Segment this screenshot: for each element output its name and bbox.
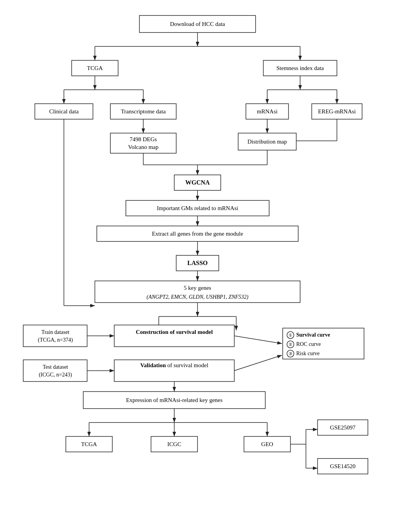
- degs-label2: Volcano map: [128, 144, 158, 150]
- degs-label1: 7498 DEGs: [130, 136, 157, 142]
- test-dataset-label1: Test dataset: [43, 364, 68, 370]
- circle1: ①: [289, 333, 292, 337]
- gse14520-label: GSE14520: [330, 463, 356, 469]
- geo-label: GEO: [261, 441, 273, 447]
- lasso-label: LASSO: [187, 260, 208, 266]
- svg-line-58: [234, 355, 282, 371]
- train-dataset-label1: Train dataset: [41, 329, 69, 335]
- download-hcc-label: Download of HCC data: [170, 21, 225, 27]
- risk-curve-label: Risk curve: [296, 351, 319, 356]
- distribution-label: Distribution map: [247, 139, 287, 145]
- diagram-svg: Download of HCC data TCGA Stemness index…: [12, 8, 383, 526]
- survival-curve-label: Survival curve: [296, 332, 330, 338]
- construction-label1: Construction of survival model: [136, 329, 213, 335]
- wgcna-label: WGCNA: [185, 179, 210, 186]
- transcriptome-label: Transcriptome data: [121, 108, 166, 115]
- tcga-label: TCGA: [87, 65, 103, 71]
- gse25097-label: GSE25097: [330, 424, 356, 431]
- tcga2-label: TCGA: [81, 441, 97, 447]
- clinical-label: Clinical data: [49, 108, 79, 115]
- test-dataset-label2: (ICGC, n=243): [39, 372, 72, 378]
- extract-genes-label: Extract all genes from the gene module: [152, 231, 243, 237]
- svg-rect-47: [23, 325, 87, 347]
- circle2: ②: [289, 342, 292, 347]
- key-genes-subtitle: (ANGPT2, EMCN, GLDN, USHBP1, ZNF532): [147, 294, 249, 300]
- svg-rect-51: [114, 325, 234, 347]
- roc-curve-label: ROC curve: [296, 341, 321, 347]
- icgc-label: ICGC: [167, 441, 181, 447]
- svg-rect-49: [23, 360, 87, 381]
- expression-label: Expression of mRNAsi-related key genes: [126, 397, 222, 403]
- mrnasi-label: mRNAsi: [257, 108, 277, 115]
- train-dataset-label2: (TCGA, n=374): [38, 337, 73, 343]
- ereg-label: EREG-mRNAsi: [318, 108, 356, 115]
- flowchart-diagram: Download of HCC data TCGA Stemness index…: [12, 8, 383, 528]
- stemness-label: Stemness index data: [276, 65, 324, 71]
- important-gms-label: Important GMs related to mRNAsi: [157, 205, 238, 211]
- svg-line-57: [234, 336, 282, 344]
- validation-label1: Validation of survival model: [140, 362, 208, 368]
- key-genes-title: 5 key genes: [184, 285, 211, 291]
- circle3: ③: [289, 351, 292, 356]
